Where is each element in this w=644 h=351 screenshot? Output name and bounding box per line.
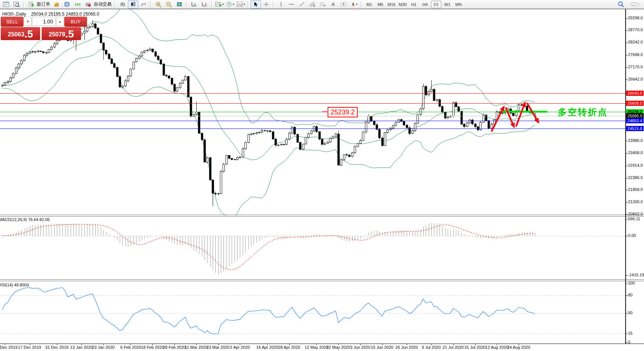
chart-canvas[interactable] xyxy=(0,0,644,351)
chart-shift-icon[interactable] xyxy=(199,0,210,9)
price-tick-label: 22386.0 xyxy=(628,175,643,180)
price-tick-label: 28242.0 xyxy=(628,40,643,44)
crosshair-tool-icon[interactable] xyxy=(261,0,271,9)
rsi-axis-label: 80 xyxy=(628,293,632,297)
tile-windows-icon[interactable] xyxy=(174,0,184,9)
rsi-axis-label: 50 xyxy=(628,311,632,315)
chevron-down-icon: ▾ xyxy=(356,3,358,6)
auto-scroll-icon[interactable] xyxy=(189,0,199,9)
date-tick-label: 21 Jul 2020 xyxy=(442,345,464,350)
timeframe-h1[interactable]: H1 xyxy=(409,1,419,8)
date-tick-label: 13 Jan 2020 xyxy=(70,345,93,350)
chart-title: HK50-,Daily 25034.0 25195.5 24853.0 2506… xyxy=(2,12,99,17)
date-tick-label: 12 Aug 2020 xyxy=(485,345,508,350)
chart-symbol-period: HK50-,Daily xyxy=(2,12,26,17)
date-tick-label: 6 Feb 2020 xyxy=(120,345,141,350)
cursor-tool-icon[interactable] xyxy=(251,0,261,9)
buy-price-fraction: .5 xyxy=(65,29,74,39)
level-price-label: 24853.4 xyxy=(626,118,644,123)
svg-text:E: E xyxy=(313,4,315,7)
new-order-label[interactable]: 新订单 xyxy=(37,1,50,7)
volume-input[interactable]: 1.00 xyxy=(32,17,55,26)
date-tick-label: 26 Jun 2020 xyxy=(396,345,418,350)
buy-price[interactable]: 25078 .5 xyxy=(42,27,81,40)
price-tick-label: 23986.0 xyxy=(628,138,643,143)
level-price-label: 25609.0 xyxy=(626,101,644,106)
timeframe-m30[interactable]: M30 xyxy=(397,1,408,8)
timeframe-m5[interactable]: M5 xyxy=(375,1,386,8)
timeframe-bar: M1M5M15M30H1H4D1W1MN xyxy=(364,1,464,8)
line-chart-mode-icon[interactable] xyxy=(138,0,149,9)
equidistant-channel-tool-icon[interactable]: E xyxy=(307,0,318,9)
one-click-trading-panel: SELL ▼ 1.00 ▲ BUY 25063 .5 25078 .5 xyxy=(1,17,87,40)
date-tick-label: Dec 2019 xyxy=(0,345,17,350)
strategy-tester-icon[interactable] xyxy=(11,0,22,9)
date-tick-label: 9 Jul 2020 xyxy=(422,345,441,350)
price-tick-label: 27170.0 xyxy=(628,65,643,69)
trendline-tool-icon[interactable] xyxy=(297,0,307,9)
timeframe-m1[interactable]: M1 xyxy=(364,1,374,8)
price-tick-label: 28770.0 xyxy=(628,27,643,32)
date-tick-label: 18 Feb 2020 xyxy=(141,345,164,350)
svg-text:F: F xyxy=(324,4,325,7)
volume-decrease-stepper[interactable]: ▼ xyxy=(24,17,32,26)
signal-icon[interactable] xyxy=(73,0,83,9)
timeframe-h4[interactable]: H4 xyxy=(420,1,430,8)
timeframe-d1[interactable]: D1 xyxy=(431,1,441,8)
period-clock-icon[interactable]: ▾ xyxy=(225,0,235,9)
indicators-icon[interactable]: ▾ xyxy=(235,0,246,9)
price-tick-label: 26642.0 xyxy=(628,77,643,81)
price-tick-label: 21858.0 xyxy=(628,187,643,192)
data-window-icon[interactable] xyxy=(62,0,73,9)
sell-price[interactable]: 25063 .5 xyxy=(1,27,40,40)
chart-window-icon[interactable] xyxy=(1,0,11,9)
rsi-axis-label: 0 xyxy=(628,340,630,344)
sell-price-fraction: .5 xyxy=(25,29,33,39)
date-tick-label: 23 Jan 2020 xyxy=(92,345,115,350)
mt4-window: 新订单 自动交易 xyxy=(0,0,644,351)
zoom-out-icon[interactable] xyxy=(164,0,174,9)
date-tick-label: 11 Mar 2020 xyxy=(185,345,207,350)
fibonacci-tool-icon[interactable]: F xyxy=(318,0,328,9)
date-tick-label: 31 Dec 2019 xyxy=(45,345,68,350)
macd-axis-label: -1415.19 xyxy=(628,273,644,277)
buy-price-main: 25078 xyxy=(49,30,65,39)
horizontal-line-tool-icon[interactable] xyxy=(286,0,297,9)
macd-axis-label: 596.11 xyxy=(628,217,640,221)
timeframe-mn[interactable]: MN xyxy=(453,1,464,8)
price-level-callout[interactable]: 25239.2 xyxy=(328,107,358,117)
buy-button[interactable]: BUY xyxy=(64,17,87,27)
search-icon[interactable] xyxy=(616,0,626,9)
toolbar-separator xyxy=(361,1,362,8)
date-tick-label: 24 Aug 2020 xyxy=(507,345,530,350)
turning-point-annotation[interactable]: 多空转折点 xyxy=(558,106,608,118)
new-chart-icon[interactable]: ▾ xyxy=(214,0,225,9)
autotrading-icon[interactable] xyxy=(83,0,93,9)
toolbar-separator xyxy=(115,1,116,8)
vertical-line-tool-icon[interactable] xyxy=(276,0,286,9)
date-tick-label: 22 May 2020 xyxy=(326,345,350,350)
timeframe-m15[interactable]: M15 xyxy=(386,1,397,8)
autotrading-label[interactable]: 自动交易 xyxy=(94,1,112,7)
timeframe-w1[interactable]: W1 xyxy=(442,1,453,8)
new-order-icon[interactable] xyxy=(26,0,36,9)
text-label-tool-icon[interactable]: T xyxy=(338,0,349,9)
text-tool-icon[interactable]: A xyxy=(328,0,338,9)
zoom-in-icon[interactable] xyxy=(153,0,164,9)
candlestick-mode-icon[interactable] xyxy=(128,0,138,9)
volume-increase-stepper[interactable]: ▲ xyxy=(56,17,64,26)
market-watch-icon[interactable] xyxy=(52,0,62,9)
price-tick-label: 21330.0 xyxy=(628,199,643,204)
macd-label: MACD(12,26,9) 76.64 82.06 xyxy=(0,217,50,222)
date-tick-label: 31 Jul 2020 xyxy=(464,345,486,350)
toolbar-separator xyxy=(211,1,213,8)
toolbar-separator xyxy=(273,1,274,8)
arrows-tool-icon[interactable]: ▾ xyxy=(349,0,359,9)
rsi-label: RSI(14) 49.8003 xyxy=(0,283,29,287)
chat-icon[interactable] xyxy=(630,0,640,9)
bar-chart-mode-icon[interactable] xyxy=(117,0,128,9)
toolbar-separator xyxy=(23,1,25,8)
sell-button[interactable]: SELL xyxy=(1,17,23,27)
toolbar-separator xyxy=(150,1,152,8)
date-tick-label: 2 Apr 2020 xyxy=(230,345,250,350)
